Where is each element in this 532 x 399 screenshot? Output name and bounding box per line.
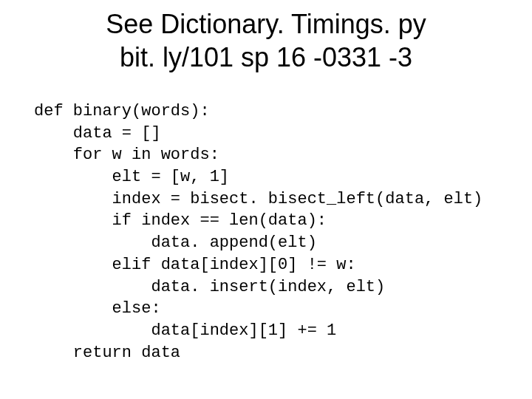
slide-title: See Dictionary. Timings. py bit. ly/101 … (0, 7, 532, 74)
slide: See Dictionary. Timings. py bit. ly/101 … (0, 0, 532, 399)
title-line-1: See Dictionary. Timings. py (0, 7, 532, 41)
code-block: def binary(words): data = [] for w in wo… (0, 74, 532, 364)
title-line-2: bit. ly/101 sp 16 -0331 -3 (0, 41, 532, 74)
